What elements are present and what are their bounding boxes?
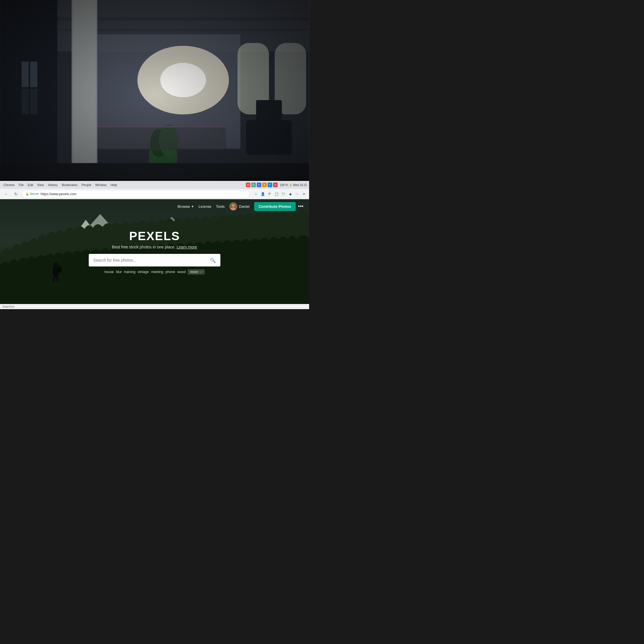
contribute-photos-button[interactable]: Contribute Photos	[254, 202, 296, 211]
ext-icon-2: G	[251, 183, 256, 187]
url-text: https://www.pexels.com	[41, 192, 76, 196]
suggestion-meeting[interactable]: meeting	[151, 270, 163, 274]
website-content: Browse ▼ License Tools Dani	[0, 199, 309, 309]
nav-license[interactable]: License	[199, 204, 212, 209]
pexels-navbar: Browse ▼ License Tools Dani	[0, 199, 309, 214]
suggestion-training[interactable]: training	[124, 270, 135, 274]
browse-chevron-icon: ▼	[191, 205, 194, 208]
back-button[interactable]: ←	[2, 190, 10, 198]
browser-titlebar: Chrome File Edit View History Bookmarks …	[0, 181, 309, 189]
close-tab-icon[interactable]: ✕	[301, 191, 307, 197]
menu-bookmarks[interactable]: Bookmarks	[62, 183, 78, 187]
nav-username: Daniel	[239, 204, 250, 209]
search-suggestions: house blur training vintage meeting phon…	[31, 269, 278, 274]
menu-help[interactable]: Help	[110, 183, 117, 187]
svg-line-40	[57, 276, 58, 282]
extension-icons: M G C ● P M	[246, 183, 278, 187]
browser-status-bar: Searches	[0, 304, 309, 309]
nav-user[interactable]: Daniel	[229, 202, 250, 210]
suggestion-wood[interactable]: wood	[177, 270, 186, 274]
suggestion-phone[interactable]: phone	[165, 270, 175, 274]
ext-icon-5: P	[268, 183, 272, 187]
bookmark-star-icon[interactable]: ☆	[253, 191, 259, 197]
browser-toolbar: ← ↻ 🔒 Secure https://www.pexels.com ☆ 👤 …	[0, 189, 309, 199]
browser-menu: Chrome File Edit View History Bookmarks …	[3, 183, 117, 187]
system-clock: 100 % 🔋 Wed 16:15	[280, 183, 307, 187]
browser-window: Chrome File Edit View History Bookmarks …	[0, 181, 309, 309]
svg-point-42	[232, 204, 235, 207]
nav-tools[interactable]: Tools	[216, 204, 224, 209]
address-bar[interactable]: 🔒 Secure https://www.pexels.com	[22, 190, 250, 198]
menu-file[interactable]: File	[19, 183, 24, 187]
suggestion-vintage[interactable]: vintage	[138, 270, 149, 274]
nav-browse[interactable]: Browse ▼	[177, 204, 194, 209]
menu-window[interactable]: Window	[95, 183, 106, 187]
ext-icon-1: M	[246, 183, 250, 187]
system-info: M G C ● P M 100 % 🔋 Wed 16:15	[246, 183, 307, 187]
nav-more-icon[interactable]: •••	[298, 204, 303, 210]
svg-rect-29	[0, 0, 309, 192]
ext-icon-bar-3[interactable]: ◆	[287, 191, 293, 197]
search-input[interactable]	[93, 258, 210, 262]
pinterest-ext-icon[interactable]: P	[267, 191, 272, 197]
status-text: Searches	[2, 305, 14, 308]
menu-edit[interactable]: Edit	[28, 183, 33, 187]
background-photo	[0, 0, 309, 192]
search-icon: 🔍	[210, 258, 216, 263]
pexels-logo: PEXELS	[31, 229, 278, 243]
pexels-tagline: Best free stock photos in one place. Lea…	[31, 245, 278, 249]
menu-people[interactable]: People	[82, 183, 91, 187]
ext-icon-bar-2[interactable]: 🛡	[280, 191, 286, 197]
menu-view[interactable]: View	[37, 183, 44, 187]
suggestion-more[interactable]: more →	[188, 269, 205, 274]
profile-icon[interactable]: 👤	[260, 191, 266, 197]
suggestion-house[interactable]: house	[104, 270, 114, 274]
menu-history[interactable]: History	[48, 183, 58, 187]
pexels-hero: Browse ▼ License Tools Dani	[0, 199, 309, 309]
user-avatar	[229, 202, 237, 210]
hero-content: PEXELS Best free stock photos in one pla…	[31, 229, 278, 274]
reload-button[interactable]: ↻	[12, 190, 20, 198]
menu-chrome[interactable]: Chrome	[3, 183, 15, 187]
monitor-bezel: Chrome File Edit View History Bookmarks …	[0, 179, 309, 309]
secure-indicator: 🔒 Secure	[25, 192, 39, 195]
ext-icon-6: M	[273, 183, 278, 187]
search-bar[interactable]: 🔍	[89, 254, 220, 266]
more-tools-icon[interactable]: ⋯	[294, 191, 300, 197]
suggestion-blur[interactable]: blur	[116, 270, 122, 274]
ext-icon-4: ●	[262, 183, 267, 187]
ext-icon-bar-1[interactable]: 📋	[274, 191, 279, 197]
ext-icon-3: C	[257, 183, 261, 187]
toolbar-icons: ☆ 👤 P 📋 🛡 ◆ ⋯ ✕	[253, 191, 307, 197]
learn-more-link[interactable]: Learn more	[177, 245, 197, 249]
